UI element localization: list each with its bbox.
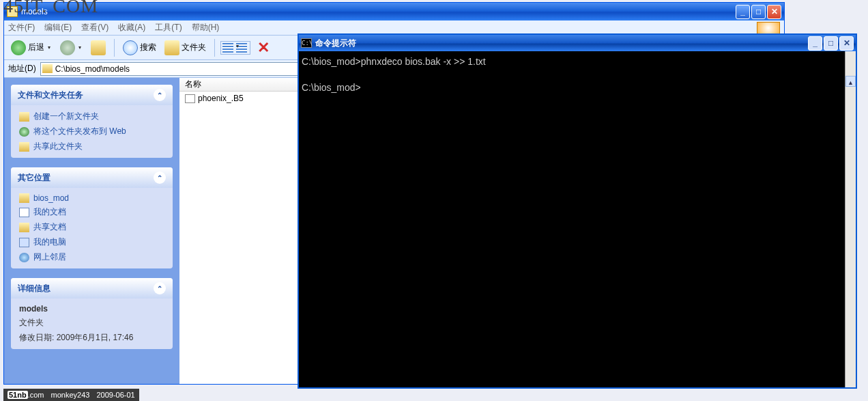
collapse-button[interactable]: ⌃ (154, 89, 166, 101)
details-head: 详细信息 (18, 283, 50, 294)
cmd-title-text: 命令提示符 (315, 38, 808, 49)
menu-favorites[interactable]: 收藏(A) (118, 22, 145, 33)
place-my-docs[interactable]: 我的文档 (19, 206, 164, 218)
view-selector[interactable]: ▾ (220, 41, 250, 55)
detail-type: 文件夹 (19, 317, 164, 329)
detail-modified: 修改日期: 2009年6月1日, 17:46 (19, 332, 164, 344)
close-button[interactable]: ✕ (767, 5, 781, 19)
other-places-panel: 其它位置⌃ bios_mod 我的文档 共享文档 我的电脑 网上邻居 (11, 167, 173, 268)
task-share[interactable]: 共享此文件夹 (19, 141, 164, 152)
task-publish-web[interactable]: 将这个文件夹发布到 Web (19, 126, 164, 137)
menu-view[interactable]: 查看(V) (81, 22, 108, 33)
delete-button[interactable]: ✕ (253, 40, 274, 55)
details-panel: 详细信息⌃ models 文件夹 修改日期: 2009年6月1日, 17:46 (11, 278, 173, 349)
collapse-button[interactable]: ⌃ (154, 171, 166, 184)
collapse-button[interactable]: ⌃ (154, 282, 166, 294)
menu-edit[interactable]: 编辑(E) (44, 22, 72, 33)
forward-button[interactable]: ▾ (57, 39, 85, 57)
tasks-head: 文件和文件夹任务 (18, 89, 83, 101)
scroll-up-icon[interactable]: ▲ (845, 76, 856, 87)
search-button[interactable]: 搜索 (120, 39, 159, 57)
menu-file[interactable]: 文件(F) (8, 22, 35, 33)
cmd-line: C:\bios_mod>phnxdeco bios.bak -x >> 1.tx… (302, 56, 486, 67)
file-icon (185, 94, 195, 103)
up-button[interactable] (88, 39, 108, 57)
folders-button[interactable]: 文件夹 (162, 39, 209, 57)
cmd-minimize-button[interactable]: _ (808, 36, 822, 51)
tasks-panel: 文件和文件夹任务⌃ 创建一个新文件夹 将这个文件夹发布到 Web 共享此文件夹 (11, 85, 173, 158)
address-label: 地址(D) (8, 63, 36, 74)
place-bios-mod[interactable]: bios_mod (19, 193, 164, 203)
explorer-titlebar[interactable]: models _ □ ✕ (4, 3, 784, 20)
cmd-line: C:\bios_mod> (302, 82, 361, 93)
cmd-window: C:\ 命令提示符 _ □ ✕ C:\bios_mod>phnxdeco bio… (298, 33, 857, 389)
cmd-maximize-button[interactable]: □ (824, 36, 838, 51)
place-my-computer[interactable]: 我的电脑 (19, 236, 164, 248)
watermark-text: 45IT. COM (3, 0, 98, 16)
cmd-icon: C:\ (301, 38, 312, 48)
cmd-terminal[interactable]: C:\bios_mod>phnxdeco bios.bak -x >> 1.tx… (299, 51, 856, 387)
maximize-button[interactable]: □ (751, 5, 766, 19)
menu-tools[interactable]: 工具(T) (155, 22, 182, 33)
menu-help[interactable]: 帮助(H) (192, 22, 220, 33)
place-shared-docs[interactable]: 共享文档 (19, 221, 164, 233)
place-network[interactable]: 网上邻居 (19, 251, 164, 263)
chevron-down-icon: ▾ (236, 43, 247, 53)
folder-icon (42, 64, 53, 73)
footer-watermark: 51nb.com monkey243 2009-06-01 (3, 389, 139, 401)
back-button[interactable]: 后退▾ (8, 39, 55, 57)
side-panel: 文件和文件夹任务⌃ 创建一个新文件夹 将这个文件夹发布到 Web 共享此文件夹 … (4, 78, 179, 384)
scrollbar[interactable]: ▲ (845, 51, 856, 387)
other-head: 其它位置 (18, 172, 50, 184)
minimize-button[interactable]: _ (736, 5, 750, 19)
task-new-folder[interactable]: 创建一个新文件夹 (19, 111, 164, 122)
window-title: models (21, 7, 736, 16)
cmd-close-button[interactable]: ✕ (839, 36, 854, 51)
xp-logo-icon (757, 22, 780, 34)
cmd-titlebar[interactable]: C:\ 命令提示符 _ □ ✕ (299, 35, 856, 51)
detail-name: models (19, 304, 164, 314)
